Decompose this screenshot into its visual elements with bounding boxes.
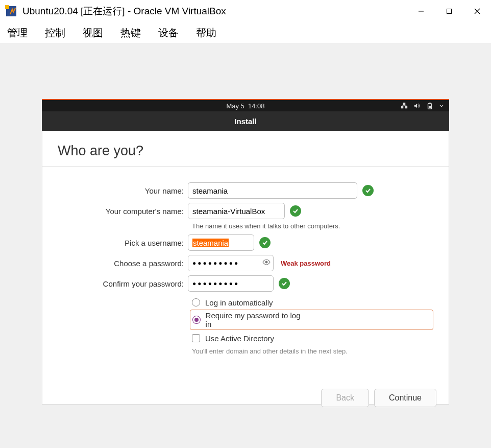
row-computer: Your computer's name: bbox=[58, 202, 433, 220]
window-titlebar: Ubuntu20.04 [正在运行] - Oracle VM VirtualBo… bbox=[0, 0, 491, 22]
window-title: Ubuntu20.04 [正在运行] - Oracle VM VirtualBo… bbox=[22, 5, 407, 18]
menu-view[interactable]: 视图 bbox=[83, 26, 103, 40]
installer-header-title: Install bbox=[234, 117, 256, 126]
minimize-button[interactable] bbox=[407, 0, 435, 22]
menu-hotkey[interactable]: 热键 bbox=[120, 26, 141, 40]
label-username: Pick a username: bbox=[58, 239, 188, 247]
hint-computer: The name it uses when it talks to other … bbox=[192, 222, 433, 230]
login-options: Log in automatically Require my password… bbox=[192, 295, 433, 345]
svg-rect-6 bbox=[401, 106, 403, 108]
volume-icon bbox=[413, 102, 421, 109]
row-password: Choose a password: ●●●●●●●●● Weak passwo… bbox=[58, 254, 433, 272]
svg-point-16 bbox=[265, 261, 268, 264]
label-password: Choose a password: bbox=[58, 259, 188, 268]
checkbox-icon bbox=[192, 334, 200, 342]
label-computer: Your computer's name: bbox=[58, 207, 188, 216]
svg-rect-14 bbox=[429, 103, 431, 104]
label-confirm: Confirm your password: bbox=[58, 279, 188, 288]
confirm-input[interactable]: ●●●●●●●●● bbox=[188, 275, 274, 292]
svg-rect-7 bbox=[405, 106, 407, 108]
window-controls bbox=[407, 0, 491, 22]
system-tray[interactable] bbox=[401, 102, 444, 109]
maximize-button[interactable] bbox=[435, 0, 463, 22]
svg-rect-15 bbox=[429, 106, 431, 108]
radio-icon bbox=[192, 316, 201, 324]
svg-rect-8 bbox=[403, 103, 405, 105]
password-strength: Weak password bbox=[281, 260, 331, 267]
hint-active-directory: You'll enter domain and other details in… bbox=[192, 347, 433, 355]
option-active-directory[interactable]: Use Active Directory bbox=[192, 331, 433, 345]
chevron-down-icon bbox=[439, 103, 444, 108]
password-container: ●●●●●●●●● bbox=[188, 255, 274, 271]
svg-rect-3 bbox=[447, 9, 451, 14]
username-value: steamania bbox=[192, 239, 229, 247]
check-icon bbox=[290, 205, 301, 217]
name-input[interactable] bbox=[188, 182, 357, 199]
continue-button[interactable]: Continue bbox=[374, 389, 436, 407]
close-button[interactable] bbox=[463, 0, 491, 22]
row-name: Your name: bbox=[58, 182, 433, 199]
ubuntu-topbar: May 5 14:08 bbox=[42, 99, 449, 111]
username-input[interactable]: steamania bbox=[188, 234, 254, 251]
nav-buttons: Back Continue bbox=[321, 389, 436, 407]
check-icon bbox=[362, 185, 374, 196]
label-name: Your name: bbox=[58, 186, 188, 195]
menu-control[interactable]: 控制 bbox=[45, 26, 65, 40]
menu-manage[interactable]: 管理 bbox=[7, 26, 28, 40]
svg-rect-1 bbox=[5, 5, 9, 9]
back-button[interactable]: Back bbox=[321, 389, 369, 407]
row-confirm: Confirm your password: ●●●●●●●●● bbox=[58, 275, 433, 292]
divider bbox=[42, 166, 449, 167]
installer-header: Install bbox=[42, 111, 449, 131]
check-icon bbox=[279, 278, 290, 289]
battery-icon bbox=[426, 102, 433, 109]
row-username: Pick a username: steamania bbox=[58, 234, 433, 251]
option-auto-login[interactable]: Log in automatically bbox=[192, 295, 433, 310]
menu-devices[interactable]: 设备 bbox=[158, 26, 179, 40]
network-icon bbox=[401, 102, 408, 109]
vm-display: May 5 14:08 Install Who are you? Your na… bbox=[0, 43, 491, 448]
menu-help[interactable]: 帮助 bbox=[196, 26, 216, 40]
option-require-password[interactable]: Require my password to log in bbox=[190, 310, 433, 330]
menubar: 管理 控制 视图 热键 设备 帮助 bbox=[0, 22, 491, 43]
app-icon bbox=[5, 5, 17, 17]
clock[interactable]: May 5 14:08 bbox=[226, 102, 264, 110]
page-title: Who are you? bbox=[58, 141, 433, 166]
radio-icon bbox=[192, 298, 200, 306]
check-icon bbox=[259, 237, 271, 248]
password-input[interactable]: ●●●●●●●●● bbox=[188, 255, 274, 271]
computer-input[interactable] bbox=[188, 203, 285, 219]
show-password-icon[interactable] bbox=[262, 258, 271, 268]
installer-body: Who are you? Your name: Your computer's … bbox=[42, 131, 449, 405]
